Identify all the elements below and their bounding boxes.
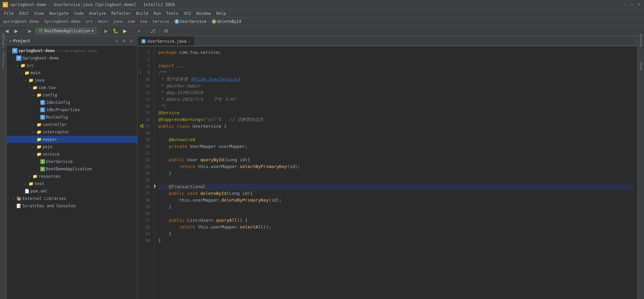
- tree-item-BootDemoApplication[interactable]: ⚙BootDemoApplication: [7, 165, 137, 173]
- tree-item-java[interactable]: ▾📁java: [7, 77, 137, 84]
- menu-build[interactable]: Build: [133, 10, 151, 16]
- code-line-16[interactable]: @SuppressWarnings("all") // 注解警告信息: [158, 116, 633, 123]
- tree-item-resources[interactable]: ▸📁resources: [7, 173, 137, 180]
- code-line-19[interactable]: @Autowired: [158, 136, 633, 143]
- code-line-30[interactable]: [158, 210, 633, 217]
- code-line-23[interactable]: return this.userMapper.selectByPrimaryKe…: [158, 163, 633, 170]
- code-line-21[interactable]: [158, 150, 633, 157]
- code-line-2[interactable]: [158, 56, 633, 62]
- breadcrumb-main[interactable]: main: [98, 19, 108, 24]
- menu-run[interactable]: Run: [151, 10, 164, 16]
- menu-window[interactable]: Window: [194, 10, 213, 16]
- run-debug-button[interactable]: ▶: [26, 27, 34, 35]
- run-config-selector[interactable]: 🌿 BootDemoApplication ▼: [35, 28, 97, 34]
- git-button[interactable]: ⎇: [149, 27, 157, 35]
- code-line-17[interactable]: public class UserService {: [158, 123, 633, 130]
- breadcrumb-txw[interactable]: txw: [140, 19, 147, 24]
- tree-item-mapper[interactable]: ▸📁mapper: [7, 136, 137, 143]
- code-line-29[interactable]: }: [158, 204, 633, 210]
- minimize-button[interactable]: ─: [622, 2, 627, 7]
- breadcrumb-src[interactable]: src: [86, 19, 93, 24]
- title-bar-controls[interactable]: ─ □ ✕: [622, 2, 641, 7]
- menu-tools[interactable]: Tools: [164, 10, 181, 16]
- breadcrumb-deletebyid[interactable]: deleteById: [217, 19, 241, 24]
- code-line-1[interactable]: package com.txw.service;: [158, 49, 633, 56]
- menu-view[interactable]: View: [32, 10, 47, 16]
- tree-item-JdbcConfig[interactable]: CJdbcConfig: [7, 99, 137, 106]
- code-line-14[interactable]: */: [158, 103, 633, 110]
- tab-userservice[interactable]: U UserService.java ✕: [138, 36, 195, 46]
- menu-refactor[interactable]: Refactor: [109, 10, 133, 16]
- menu-navigate[interactable]: Navigate: [47, 10, 71, 16]
- tree-item-JdbcProperties[interactable]: CJdbcProperties: [7, 106, 137, 114]
- menu-edit[interactable]: Edit: [16, 10, 32, 16]
- code-editor[interactable]: package com.txw.service; import .../** *…: [154, 46, 637, 299]
- tree-item-MvcConfig[interactable]: CMvcConfig: [7, 114, 137, 121]
- code-line-11[interactable]: * @author:Adair: [158, 83, 633, 89]
- code-line-20[interactable]: private UserMapper userMapper;: [158, 143, 633, 150]
- right-maven-icon[interactable]: Maven: [638, 63, 644, 69]
- code-line-15[interactable]: @Service: [158, 110, 633, 116]
- tree-item-config[interactable]: ▾📁config: [7, 91, 137, 99]
- tree-item-test[interactable]: ▸📁test: [7, 180, 137, 187]
- tree-item-External Libraries[interactable]: ▸📚External Libraries: [7, 195, 137, 202]
- breadcrumb-java[interactable]: java: [113, 19, 122, 24]
- coverage-button[interactable]: ▶: [121, 27, 129, 35]
- forward-button[interactable]: ▶: [12, 27, 20, 35]
- tree-item-springboot-demo[interactable]: ▾Pspringboot-demo F:\springboot-demo: [7, 47, 137, 54]
- code-line-26[interactable]: 💡 @Transactional: [158, 183, 633, 190]
- close-button[interactable]: ✕: [637, 2, 641, 7]
- menu-help[interactable]: Help: [214, 10, 229, 16]
- tree-item-pom.xml[interactable]: 📄pom.xml: [7, 187, 137, 195]
- breadcrumb-springboot-demo2[interactable]: Springboot-demo: [44, 19, 80, 24]
- close-panel-button[interactable]: ✕: [128, 38, 135, 44]
- right-database-icon[interactable]: Database: [638, 38, 644, 43]
- tree-label-External Libraries: External Libraries: [22, 196, 66, 201]
- code-line-28[interactable]: this.userMapper.deleteByPrimaryKey(id);: [158, 197, 633, 204]
- tree-item-pojo[interactable]: ▸📁pojo: [7, 143, 137, 151]
- code-line-32[interactable]: return this.userMapper.selectAll();: [158, 224, 633, 230]
- menu-file[interactable]: File: [1, 10, 16, 16]
- tree-item-com.txw[interactable]: ▾📁com.txw: [7, 84, 137, 91]
- code-line-27[interactable]: public void deleteById(Long id){: [158, 190, 633, 197]
- tree-item-service[interactable]: ▾📁service: [7, 151, 137, 158]
- menu-code[interactable]: Code: [71, 10, 87, 16]
- code-line-10[interactable]: * 用户业务类 {@link UserService}: [158, 76, 633, 83]
- code-line-18[interactable]: [158, 130, 633, 136]
- menu-vcs[interactable]: VCS: [181, 10, 194, 16]
- code-line-9[interactable]: /**: [158, 69, 633, 76]
- stop-button[interactable]: ■: [135, 27, 143, 35]
- code-line-22[interactable]: public User queryById(Long id){: [158, 157, 633, 163]
- code-line-34[interactable]: }: [158, 237, 633, 244]
- tree-item-Springboot-demo[interactable]: ▾PSpringboot-demo: [7, 54, 137, 62]
- tree-item-Scratches and Consoles[interactable]: 📝Scratches and Consoles: [7, 202, 137, 210]
- tree-item-controller[interactable]: ▸📁controller: [7, 121, 137, 128]
- breadcrumb-springboot-demo[interactable]: springboot-demo: [3, 19, 39, 24]
- code-line-33[interactable]: }: [158, 230, 633, 237]
- debug-button[interactable]: 🐛: [112, 27, 120, 35]
- breadcrumb-userservice[interactable]: UserService: [180, 19, 206, 24]
- code-line-13[interactable]: * @date:2021/7/1 下午 3:47: [158, 96, 633, 103]
- bulb-icon[interactable]: 💡: [154, 184, 157, 190]
- code-line-3[interactable]: import ...: [158, 62, 633, 69]
- tree-item-UserService[interactable]: IUserService: [7, 158, 137, 165]
- settings-button[interactable]: ⚙: [162, 27, 170, 35]
- sidebar-structure-icon[interactable]: 2:Structure: [1, 58, 6, 63]
- settings-gear-button[interactable]: ⚙: [121, 38, 127, 44]
- tree-item-main[interactable]: ▾📁main: [7, 69, 137, 77]
- code-line-12[interactable]: * @qq:1578533828: [158, 89, 633, 96]
- breadcrumb-com[interactable]: com: [127, 19, 135, 24]
- collapse-all-button[interactable]: ≡: [114, 38, 120, 44]
- sidebar-project-icon[interactable]: 1:Project: [1, 38, 6, 43]
- maximize-button[interactable]: □: [629, 2, 634, 7]
- tree-item-interceptor[interactable]: ▸📁interceptor: [7, 128, 137, 136]
- token-plain: [158, 143, 169, 150]
- menu-analyze[interactable]: Analyze: [86, 10, 109, 16]
- code-line-25[interactable]: [158, 177, 633, 183]
- tab-close-button[interactable]: ✕: [189, 40, 191, 43]
- tree-item-src[interactable]: ▾📁src: [7, 62, 137, 69]
- code-line-24[interactable]: }: [158, 170, 633, 177]
- run-button[interactable]: ▶: [102, 27, 110, 35]
- breadcrumb-service[interactable]: service: [152, 19, 169, 24]
- code-line-31[interactable]: public List<User> queryAll() {: [158, 217, 633, 224]
